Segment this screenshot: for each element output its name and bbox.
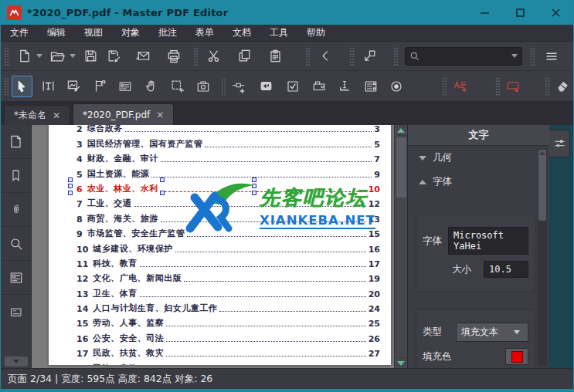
- toc-row[interactable]: 3国民经济管理、国有资产监管5: [76, 134, 380, 149]
- new-document-dropdown-icon[interactable]: [36, 54, 42, 58]
- toc-row[interactable]: 17民政、扶贫、救灾27: [76, 344, 380, 359]
- maximize-button[interactable]: [502, 1, 538, 25]
- select-tool-icon[interactable]: [12, 76, 32, 97]
- checkbox-field-icon[interactable]: [283, 76, 303, 97]
- toc-row[interactable]: 16公安、安全、司法26: [76, 329, 380, 343]
- text-type-select[interactable]: 填充文本: [456, 323, 528, 342]
- fit-page-icon[interactable]: [358, 46, 381, 67]
- fill-color-button[interactable]: [505, 348, 528, 365]
- scroll-down-icon[interactable]: [396, 357, 406, 368]
- toc-row[interactable]: 9市场监管、安全生产监管15: [76, 225, 380, 239]
- properties-tab-button[interactable]: [549, 130, 570, 157]
- save-icon[interactable]: [79, 46, 102, 67]
- enter-key-icon[interactable]: [256, 76, 276, 97]
- text-field-icon[interactable]: [335, 76, 355, 97]
- toolbar-grip[interactable]: [4, 47, 9, 66]
- rectangle-annotation-icon[interactable]: [503, 76, 523, 97]
- toc-row[interactable]: 18民族、宗教28: [76, 359, 380, 365]
- search-box[interactable]: [405, 47, 522, 66]
- tab-close-icon[interactable]: ✕: [53, 110, 60, 121]
- toolbar-grip[interactable]: [221, 77, 226, 96]
- signatures-icon[interactable]: [2, 295, 31, 329]
- select-region-icon[interactable]: [167, 76, 187, 97]
- toc-row[interactable]: 5国土资源、能源9: [76, 164, 380, 179]
- sidebar-scroll-down-button[interactable]: [5, 357, 28, 367]
- form-fields-panel-icon[interactable]: [2, 261, 31, 295]
- toolbar-grip[interactable]: [495, 77, 500, 96]
- font-name-input[interactable]: Microsoft YaHei: [448, 227, 528, 255]
- font-size-input[interactable]: 10.5: [484, 261, 528, 278]
- toc-row[interactable]: 13卫生、体育20: [76, 284, 380, 299]
- toc-row[interactable]: 12文化、广电、新闻出版19: [76, 269, 380, 284]
- toc-row[interactable]: 15劳动、人事、监察25: [76, 314, 380, 329]
- back-icon[interactable]: [314, 46, 337, 67]
- document-scrollbar[interactable]: [394, 125, 407, 368]
- toolbar-grip[interactable]: [349, 47, 355, 66]
- cut-icon[interactable]: [202, 46, 225, 67]
- minimize-button[interactable]: [467, 1, 502, 25]
- toc-row[interactable]: 11科技、教育17: [76, 255, 380, 269]
- close-button[interactable]: [538, 1, 573, 25]
- toc-row[interactable]: 2综合政务3: [76, 125, 380, 134]
- toc-row-selected[interactable]: 6农业、林业、水利10: [76, 180, 380, 194]
- section-font[interactable]: 字体: [408, 170, 549, 194]
- edit-forms-icon[interactable]: [90, 76, 110, 97]
- scrollbar-thumb[interactable]: [396, 137, 406, 198]
- toolbar-grip[interactable]: [530, 47, 535, 66]
- menu-file[interactable]: 文件: [1, 25, 38, 41]
- main-menu-icon[interactable]: [540, 46, 563, 67]
- copy-icon[interactable]: [233, 46, 256, 67]
- menu-annotation[interactable]: 批注: [149, 25, 186, 41]
- attachments-icon[interactable]: [2, 193, 31, 227]
- radio-field-icon[interactable]: [386, 76, 406, 97]
- toc-row[interactable]: 7工业、交通12: [76, 194, 380, 209]
- snapshot-icon[interactable]: [192, 76, 212, 97]
- toc-row[interactable]: 14人口与计划生育、妇女儿童工作24: [76, 299, 380, 314]
- send-email-icon[interactable]: [131, 46, 155, 67]
- form-widget-icon[interactable]: [115, 76, 135, 97]
- panel-scrollbar-thumb[interactable]: [538, 150, 546, 221]
- search-panel-icon[interactable]: [2, 227, 31, 261]
- panel-scrollbar[interactable]: [538, 149, 547, 366]
- menu-view[interactable]: 视图: [75, 25, 112, 41]
- toolbar-grip[interactable]: [4, 77, 8, 96]
- menu-edit[interactable]: 编辑: [38, 25, 75, 41]
- bookmarks-icon[interactable]: [2, 159, 31, 193]
- menu-tools[interactable]: 工具: [260, 25, 297, 41]
- toolbar-grip[interactable]: [305, 47, 311, 66]
- toolbar-grip[interactable]: [442, 77, 447, 96]
- eraser-icon[interactable]: [553, 76, 573, 97]
- hand-tool-icon[interactable]: [141, 76, 161, 97]
- listbox-field-icon[interactable]: [361, 76, 381, 97]
- menu-forms[interactable]: 表单: [186, 25, 223, 41]
- toolbar-grip[interactable]: [193, 47, 199, 66]
- add-text-annotation-icon[interactable]: [450, 76, 470, 97]
- open-file-dropdown-icon[interactable]: [70, 54, 76, 58]
- search-input[interactable]: [420, 51, 511, 62]
- menu-help[interactable]: 帮助: [297, 25, 335, 41]
- combobox-field-icon[interactable]: [309, 76, 329, 97]
- search-dropdown-icon[interactable]: [511, 54, 518, 58]
- open-file-icon[interactable]: [46, 46, 69, 67]
- toolbar-grip[interactable]: [393, 47, 399, 66]
- menu-document[interactable]: 文档: [223, 25, 260, 41]
- tab-2020-pdf[interactable]: *2020_PDF.pdf ✕: [73, 103, 174, 125]
- edit-text-icon[interactable]: [38, 76, 58, 97]
- new-document-icon[interactable]: [12, 46, 36, 67]
- section-geometry[interactable]: 几何: [408, 146, 549, 170]
- toc-row[interactable]: 10城乡建设、环境保护16: [76, 239, 380, 254]
- toc-row[interactable]: 8商贸、海关、旅游13: [76, 209, 380, 224]
- tab-untitled[interactable]: *未命名 ✕: [4, 105, 70, 125]
- edit-image-icon[interactable]: [63, 76, 83, 97]
- scroll-up-icon[interactable]: [396, 125, 406, 136]
- tab-close-icon[interactable]: ✕: [156, 110, 164, 120]
- toolbar-grip[interactable]: [545, 77, 549, 96]
- paste-icon[interactable]: [263, 46, 287, 67]
- save-as-icon[interactable]: [102, 46, 125, 67]
- page-thumbnails-icon[interactable]: [2, 125, 31, 159]
- toc-row[interactable]: 4财政、金融、审计7: [76, 150, 380, 164]
- add-link-icon[interactable]: [229, 76, 249, 97]
- menu-object[interactable]: 对象: [112, 25, 149, 41]
- toc-entry-title: 卫生、体育: [93, 288, 138, 299]
- print-icon[interactable]: [162, 46, 185, 67]
